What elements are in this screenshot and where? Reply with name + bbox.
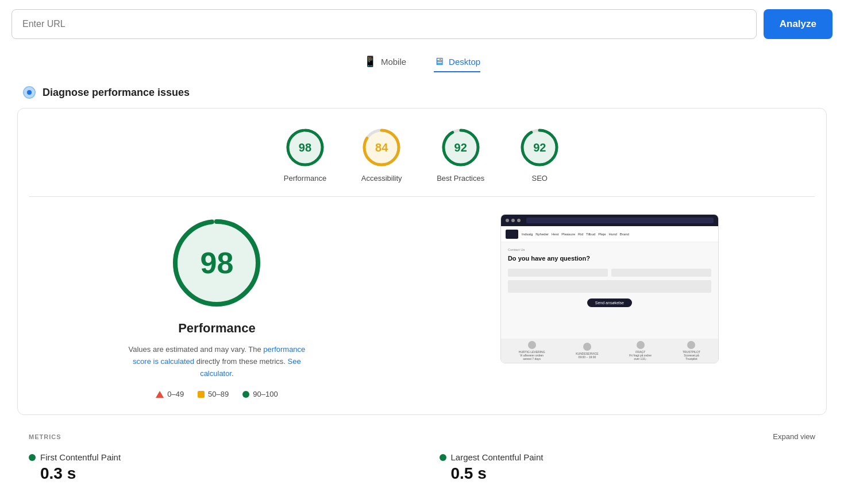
metric-fcp-label: First Contentful Paint xyxy=(40,452,121,462)
big-performance-circle: 98 xyxy=(168,214,265,312)
metric-lcp-dot xyxy=(440,454,446,461)
footer-item-1: HURTIG LEVERINGVi afleverer ordrensenest… xyxy=(519,341,545,360)
best-practices-label: Best Practices xyxy=(437,174,484,183)
score-legend: 0–49 50–89 90–100 xyxy=(156,390,278,398)
performance-label: Performance xyxy=(284,174,326,183)
screenshot-footer: HURTIG LEVERINGVi afleverer ordrensenest… xyxy=(501,339,718,363)
metric-lcp-label-row: Largest Contentful Paint xyxy=(440,452,816,462)
nav-item-3: Hest xyxy=(552,232,558,236)
mobile-icon: 📱 xyxy=(364,55,376,68)
tab-desktop-label: Desktop xyxy=(449,57,480,67)
section-dot-icon xyxy=(23,86,36,99)
screenshot-dot-1 xyxy=(506,219,509,222)
metric-fcp-dot xyxy=(29,454,36,461)
legend-item-medium: 50–89 xyxy=(198,390,229,398)
footer-item-2: KUNDESERVICE09:00 – 19:00 xyxy=(576,343,598,359)
footer-text-4: TRUSTPILOTScoreset påTrustpilot xyxy=(683,350,700,360)
screenshot-email-input xyxy=(611,269,711,277)
screenshot-logo xyxy=(506,230,518,239)
url-input[interactable]: https://heyo.dk/pages/kontakt xyxy=(11,9,757,39)
score-desc-mid: directly from these metrics. xyxy=(194,357,288,366)
main-card: 98 Performance 84 Accessibility xyxy=(17,108,827,415)
detail-section: 98 Performance Values are estimated and … xyxy=(29,214,815,398)
device-tabs: 📱 Mobile 🖥 Desktop xyxy=(0,48,844,77)
screenshot-submit-btn: Send ansøkelse xyxy=(587,298,632,307)
tab-desktop[interactable]: 🖥 Desktop xyxy=(434,56,480,72)
metrics-title: METRICS xyxy=(29,433,61,440)
website-screenshot: Indsalg Nyheder Hest Pleasure Rid Tilbud… xyxy=(500,214,719,363)
footer-icon-shipping xyxy=(637,341,645,349)
best-practices-circle: 92 xyxy=(440,127,481,168)
nav-item-6: Tilbud xyxy=(586,232,595,236)
top-bar: https://heyo.dk/pages/kontakt Analyze xyxy=(0,0,844,48)
accessibility-score: 84 xyxy=(375,141,388,154)
metric-fcp-value: 0.3 s xyxy=(29,464,405,483)
big-performance-score: 98 xyxy=(201,246,234,280)
screenshot-contact-label: Contact Us xyxy=(508,248,711,251)
footer-text-2: KUNDESERVICE09:00 – 19:00 xyxy=(576,352,598,359)
legend-bad-range: 0–49 xyxy=(167,390,184,398)
metrics-header: METRICS Expand view xyxy=(29,432,815,441)
seo-score: 92 xyxy=(533,141,546,154)
screenshot-nav: Indsalg Nyheder Hest Pleasure Rid Tilbud… xyxy=(501,226,718,242)
nav-item-2: Nyheder xyxy=(535,232,549,236)
screenshot-name-input xyxy=(508,269,608,277)
performance-circle: 98 xyxy=(284,127,326,168)
legend-item-good: 90–100 xyxy=(242,390,278,398)
section-title: Diagnose performance issues xyxy=(43,87,190,99)
seo-label: SEO xyxy=(532,174,548,183)
screenshot-topbar xyxy=(501,215,718,226)
detail-left: 98 Performance Values are estimated and … xyxy=(41,214,393,398)
screenshot-dot-3 xyxy=(517,219,521,222)
seo-circle: 92 xyxy=(519,127,560,168)
metric-lcp: Largest Contentful Paint 0.5 s xyxy=(440,452,816,483)
tab-mobile-label: Mobile xyxy=(381,57,406,67)
footer-text-1: HURTIG LEVERINGVi afleverer ordrensenest… xyxy=(519,350,545,360)
legend-medium-range: 50–89 xyxy=(208,390,229,398)
legend-square-icon xyxy=(198,391,205,398)
metric-fcp: First Contentful Paint 0.3 s xyxy=(29,452,405,483)
footer-text-3: FRAGTFri fragt på ordrerover 110,- xyxy=(629,350,652,360)
metric-fcp-label-row: First Contentful Paint xyxy=(29,452,405,462)
accessibility-circle: 84 xyxy=(361,127,402,168)
score-description: Values are estimated and may vary. The p… xyxy=(119,344,314,379)
metric-lcp-label: Largest Contentful Paint xyxy=(451,452,544,462)
nav-item-5: Rid xyxy=(578,232,583,236)
section-header: Diagnose performance issues xyxy=(0,77,844,108)
desktop-icon: 🖥 xyxy=(434,56,444,68)
footer-icon-delivery xyxy=(528,341,536,349)
score-item-performance[interactable]: 98 Performance xyxy=(284,127,326,183)
detail-right: Indsalg Nyheder Hest Pleasure Rid Tilbud… xyxy=(416,214,803,363)
legend-circle-icon xyxy=(242,391,249,398)
footer-item-3: FRAGTFri fragt på ordrerover 110,- xyxy=(629,341,652,360)
expand-view-button[interactable]: Expand view xyxy=(773,432,815,441)
card-divider xyxy=(29,196,815,197)
legend-triangle-icon xyxy=(156,391,164,398)
score-desc-end: . xyxy=(232,369,234,378)
screenshot-content: Indsalg Nyheder Hest Pleasure Rid Tilbud… xyxy=(501,226,718,363)
performance-score: 98 xyxy=(299,141,311,154)
screenshot-textarea xyxy=(508,280,711,293)
metrics-section: METRICS Expand view First Contentful Pai… xyxy=(0,427,844,494)
nav-item-8: Hund xyxy=(608,232,616,236)
nav-item-1: Indsalg xyxy=(522,232,533,236)
score-item-seo[interactable]: 92 SEO xyxy=(519,127,560,183)
metric-lcp-value: 0.5 s xyxy=(440,464,816,483)
score-row: 98 Performance 84 Accessibility xyxy=(29,127,815,183)
tab-mobile[interactable]: 📱 Mobile xyxy=(364,55,406,72)
score-item-best-practices[interactable]: 92 Best Practices xyxy=(437,127,484,183)
nav-item-4: Pleasure xyxy=(561,232,575,236)
legend-item-bad: 0–49 xyxy=(156,390,184,398)
legend-good-range: 90–100 xyxy=(253,390,278,398)
screenshot-nav-items: Indsalg Nyheder Hest Pleasure Rid Tilbud… xyxy=(522,232,714,236)
footer-item-4: TRUSTPILOTScoreset påTrustpilot xyxy=(683,341,700,360)
nav-item-7: Plejе xyxy=(598,232,606,236)
score-item-accessibility[interactable]: 84 Accessibility xyxy=(361,127,402,183)
score-desc-text: Values are estimated and may vary. The xyxy=(129,345,264,354)
big-performance-label: Performance xyxy=(178,321,256,336)
screenshot-body: Contact Us Do you have any question? Sen… xyxy=(501,242,718,339)
footer-icon-service xyxy=(583,343,591,351)
analyze-button[interactable]: Analyze xyxy=(764,9,833,39)
nav-item-9: Brand xyxy=(620,232,629,236)
metrics-grid: First Contentful Paint 0.3 s Largest Con… xyxy=(29,452,815,483)
